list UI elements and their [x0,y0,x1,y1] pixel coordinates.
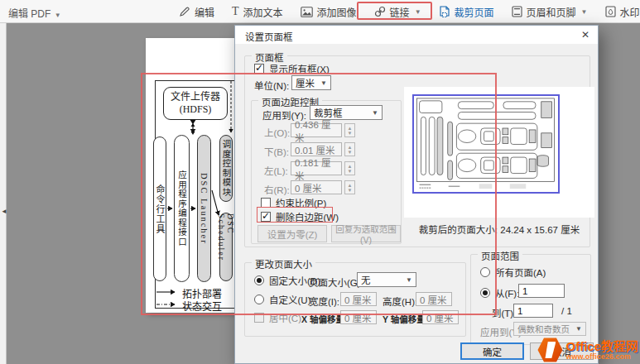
x-offset-field[interactable]: 0 厘米 [340,310,377,324]
range-apply-to-select[interactable]: 偶数和奇数页 ▼ [513,322,586,336]
height-label: 高度(H): [383,295,417,308]
checkbox-icon [254,64,264,74]
edit-pdf-mode-label: 编辑 PDF [8,8,51,20]
chevron-down-icon: ▼ [406,276,412,284]
dialog-title-bar[interactable]: 设置页面框 ✕ [235,26,598,44]
header-footer-button[interactable]: 页眉和页脚 ▼ [509,3,590,21]
crop-pages-button[interactable]: 裁剪页面 [436,3,497,21]
from-page-radio[interactable]: 从(F): [480,286,519,299]
dialog-title: 设置页面框 [245,30,293,43]
y-offset-label: Y 轴偏移量: [383,313,428,325]
chevron-down-icon: ▼ [415,8,421,16]
y-offset-field[interactable]: 0 厘米 [422,310,459,324]
add-image-button[interactable]: 添加图像 [298,3,359,21]
width-label: 宽度(I): [309,295,339,308]
text-icon: T [232,5,239,18]
custom-size-radio[interactable]: 自定义(U) [254,293,310,306]
add-text-button-label: 添加文本 [243,5,283,19]
center-checkbox[interactable]: 居中(C) [254,311,301,324]
margin-left-stepper[interactable]: ▲▼ [344,161,355,175]
link-button-label: 链接 [390,5,410,19]
edit-pdf-toolbar: 编辑 PDF ▼ 编辑 T 添加文本 添加图像 链接 ▼ [0,0,640,23]
resize-group-label: 更改页面大小 [252,257,315,271]
checkbox-icon [261,212,271,222]
height-field[interactable]: 0 厘米 [416,292,452,306]
page-count-suffix: / 1 [561,306,572,316]
constrain-proportions-checkbox[interactable]: 约束比例(P) [261,196,326,209]
crop-box-outline[interactable] [412,94,560,194]
ok-button[interactable]: 确定 [460,342,524,360]
margin-bottom-field[interactable]: 0.01 厘米 [291,142,342,156]
width-field[interactable]: 0 厘米 [340,292,377,306]
margin-left-field[interactable]: 0.181 厘米 [291,161,342,175]
radio-icon [480,267,490,277]
margin-top-field[interactable]: 0.436 厘米 [291,123,342,137]
edit-button[interactable]: 编辑 [176,3,217,21]
crop-pages-button-label: 裁剪页面 [455,5,494,19]
toolbar-items: 编辑 T 添加文本 添加图像 链接 ▼ 裁剪页面 页眉和页脚 [176,0,640,23]
watermark-icon [605,6,616,17]
margin-left-label: 左(L): [264,164,288,177]
chevron-down-icon: ▼ [581,8,588,16]
edit-pdf-mode-menu[interactable]: 编辑 PDF ▼ [8,6,61,20]
link-button[interactable]: 链接 ▼ [372,3,424,21]
radio-icon [254,275,264,285]
radio-icon [254,295,264,304]
crop-icon [439,6,450,18]
watermark-title: Office教程网 [565,340,638,352]
watermark-button-label: 水印 [620,5,640,19]
from-page-input[interactable]: 1 [518,284,565,298]
app-window: 编辑 PDF ▼ 编辑 T 添加文本 添加图像 链接 ▼ [0,0,640,364]
margin-bottom-label: 下(B): [264,145,289,158]
office-logo-icon [537,338,562,362]
show-all-boxes-checkbox[interactable]: 显示所有框(X) [254,62,330,75]
checkbox-icon [254,313,264,323]
sidebar-collapsed-strip: ◄ [0,23,7,364]
page-size-label: 页面大小(G): [309,275,363,289]
header-footer-icon [512,6,522,17]
unit-select[interactable]: 厘米 ▼ [291,75,331,90]
add-text-button[interactable]: T 添加文本 [229,3,286,21]
chevron-down-icon: ▼ [372,109,378,117]
page-size-select[interactable]: 无 ▼ [357,272,416,287]
page-range-group-label: 页面范围 [478,249,522,262]
margin-top-stepper[interactable]: ▲▼ [344,123,355,137]
add-image-button-label: 添加图像 [317,5,357,19]
margin-top-label: 上(O): [264,126,290,139]
margin-bottom-stepper[interactable]: ▲▼ [344,142,355,156]
header-footer-button-label: 页眉和页脚 [527,5,576,19]
to-page-label: 到(T): [492,306,516,319]
flowchart-legend-state: 状态交互 [182,299,222,314]
set-page-boxes-dialog: 设置页面框 ✕ 页面框 显示所有框(X) 单位(N): 厘米 ▼ 页面边距控制 … [234,25,599,364]
margin-right-stepper[interactable]: ▲▼ [344,180,355,194]
all-pages-radio[interactable]: 所有页面(A) [480,266,546,279]
chevron-down-icon: ▼ [320,79,327,87]
preview-diagram [414,96,558,192]
radio-icon [480,288,490,298]
chevron-down-icon: ▼ [575,325,582,333]
cropped-size-caption: 裁剪后的页面大小: 24.24 x 15.67 厘米 [404,223,594,236]
unit-label: 单位(N): [254,79,289,92]
crop-preview [404,87,594,218]
to-page-input[interactable]: 1 [513,304,553,318]
watermark-url: www.office26.com [565,353,638,361]
site-watermark: Office教程网 www.office26.com [537,338,638,362]
edit-button-label: 编辑 [195,5,214,19]
watermark-button[interactable]: 水印 ▼ [603,3,640,21]
set-to-zero-button[interactable]: 设置为零(Z) [257,225,327,242]
margin-right-label: 右(R): [264,183,290,196]
pencil-icon [179,6,190,17]
remove-white-margins-checkbox[interactable]: 删除白边距(W) [261,210,339,223]
flowchart-arrows [149,74,237,316]
panel-collapse-arrow-icon[interactable]: ◄ [1,208,7,215]
revert-to-selection-button[interactable]: 回复为选取范围(V) [331,225,401,242]
link-icon [374,6,386,17]
margin-right-field[interactable]: 0 厘米 [291,180,342,194]
chevron-down-icon: ▼ [55,12,61,19]
checkbox-icon [261,198,271,208]
image-icon [301,7,313,17]
close-icon[interactable]: ✕ [581,29,589,41]
